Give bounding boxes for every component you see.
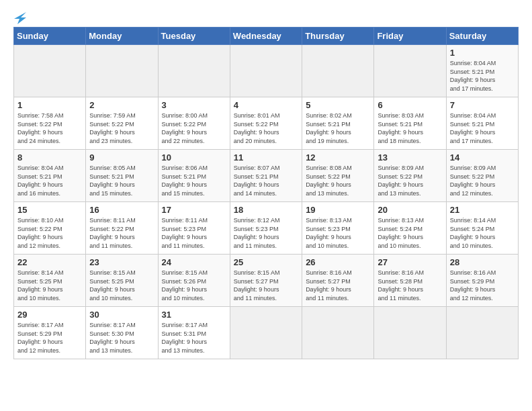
- day-info: Sunrise: 8:15 AM Sunset: 5:27 PM Dayligh…: [234, 269, 299, 302]
- calendar-header-row: SundayMondayTuesdayWednesdayThursdayFrid…: [14, 28, 519, 45]
- calendar-cell: [230, 307, 302, 359]
- calendar-body: 1Sunrise: 8:04 AM Sunset: 5:21 PM Daylig…: [14, 45, 519, 359]
- day-info: Sunrise: 8:07 AM Sunset: 5:21 PM Dayligh…: [234, 164, 299, 197]
- calendar-header-saturday: Saturday: [446, 28, 518, 45]
- day-info: Sunrise: 8:17 AM Sunset: 5:30 PM Dayligh…: [89, 321, 154, 355]
- day-number: 9: [89, 152, 154, 163]
- calendar-cell: 21Sunrise: 8:14 AM Sunset: 5:24 PM Dayli…: [446, 202, 518, 255]
- day-number: 21: [450, 205, 515, 215]
- header: [13, 12, 519, 23]
- day-number: 30: [89, 310, 154, 320]
- day-info: Sunrise: 8:02 AM Sunset: 5:21 PM Dayligh…: [306, 111, 371, 145]
- calendar-cell: 1Sunrise: 7:58 AM Sunset: 5:22 PM Daylig…: [14, 97, 86, 150]
- calendar-cell: [158, 45, 230, 97]
- day-info: Sunrise: 8:14 AM Sunset: 5:24 PM Dayligh…: [450, 216, 515, 250]
- day-number: 28: [450, 257, 515, 267]
- day-info: Sunrise: 8:17 AM Sunset: 5:31 PM Dayligh…: [162, 321, 227, 355]
- day-number: 25: [234, 257, 299, 267]
- calendar-cell: [374, 307, 446, 359]
- day-info: Sunrise: 8:04 AM Sunset: 5:21 PM Dayligh…: [17, 164, 83, 197]
- day-number: 15: [17, 205, 83, 215]
- day-info: Sunrise: 8:11 AM Sunset: 5:23 PM Dayligh…: [162, 216, 227, 250]
- day-number: 3: [162, 100, 227, 110]
- calendar-week-4: 22Sunrise: 8:14 AM Sunset: 5:25 PM Dayli…: [14, 255, 519, 307]
- calendar-cell: 4Sunrise: 8:01 AM Sunset: 5:22 PM Daylig…: [230, 97, 302, 150]
- day-info: Sunrise: 8:00 AM Sunset: 5:22 PM Dayligh…: [162, 111, 227, 145]
- calendar-cell: 13Sunrise: 8:09 AM Sunset: 5:22 PM Dayli…: [374, 150, 446, 202]
- day-info: Sunrise: 8:15 AM Sunset: 5:25 PM Dayligh…: [89, 269, 154, 302]
- calendar-cell: 6Sunrise: 8:03 AM Sunset: 5:21 PM Daylig…: [374, 97, 446, 150]
- day-info: Sunrise: 8:03 AM Sunset: 5:21 PM Dayligh…: [378, 111, 443, 145]
- calendar-cell: [302, 45, 374, 97]
- day-info: Sunrise: 8:06 AM Sunset: 5:21 PM Dayligh…: [162, 164, 227, 197]
- day-number: 20: [378, 205, 443, 215]
- day-info: Sunrise: 8:08 AM Sunset: 5:22 PM Dayligh…: [306, 164, 371, 197]
- day-info: Sunrise: 8:01 AM Sunset: 5:22 PM Dayligh…: [234, 111, 299, 145]
- calendar-cell: 17Sunrise: 8:11 AM Sunset: 5:23 PM Dayli…: [158, 202, 230, 255]
- logo-bird-icon: [14, 12, 26, 26]
- day-number: 24: [162, 257, 227, 267]
- day-number: 10: [162, 152, 227, 163]
- calendar-cell: 27Sunrise: 8:16 AM Sunset: 5:28 PM Dayli…: [374, 255, 446, 307]
- svg-marker-0: [14, 12, 26, 24]
- day-number: 23: [89, 257, 154, 267]
- day-number: 6: [378, 100, 443, 110]
- calendar-week-5: 29Sunrise: 8:17 AM Sunset: 5:29 PM Dayli…: [14, 307, 519, 359]
- day-number: 12: [306, 152, 371, 163]
- day-number: 19: [306, 205, 371, 215]
- calendar-cell: 11Sunrise: 8:07 AM Sunset: 5:21 PM Dayli…: [230, 150, 302, 202]
- calendar-cell: [14, 45, 86, 97]
- day-number: 2: [89, 100, 154, 110]
- day-number: 17: [162, 205, 227, 215]
- calendar-cell: 16Sunrise: 8:11 AM Sunset: 5:22 PM Dayli…: [86, 202, 158, 255]
- calendar-cell: [302, 307, 374, 359]
- day-info: Sunrise: 8:12 AM Sunset: 5:23 PM Dayligh…: [234, 216, 299, 250]
- day-info: Sunrise: 8:16 AM Sunset: 5:29 PM Dayligh…: [450, 269, 515, 302]
- calendar-header-sunday: Sunday: [14, 28, 86, 45]
- calendar-week-1: 1Sunrise: 7:58 AM Sunset: 5:22 PM Daylig…: [14, 97, 519, 150]
- day-info: Sunrise: 8:14 AM Sunset: 5:25 PM Dayligh…: [17, 269, 83, 302]
- logo: [13, 12, 27, 23]
- calendar-header-wednesday: Wednesday: [230, 28, 302, 45]
- calendar-cell: 30Sunrise: 8:17 AM Sunset: 5:30 PM Dayli…: [86, 307, 158, 359]
- calendar-cell: 22Sunrise: 8:14 AM Sunset: 5:25 PM Dayli…: [14, 255, 86, 307]
- calendar-week-0: 1Sunrise: 8:04 AM Sunset: 5:21 PM Daylig…: [14, 45, 519, 97]
- day-number: 18: [234, 205, 299, 215]
- calendar-cell: 18Sunrise: 8:12 AM Sunset: 5:23 PM Dayli…: [230, 202, 302, 255]
- day-info: Sunrise: 8:13 AM Sunset: 5:23 PM Dayligh…: [306, 216, 371, 250]
- calendar-header-friday: Friday: [374, 28, 446, 45]
- day-info: Sunrise: 8:16 AM Sunset: 5:28 PM Dayligh…: [378, 269, 443, 302]
- day-info: Sunrise: 8:04 AM Sunset: 5:21 PM Dayligh…: [450, 111, 515, 145]
- day-number: 22: [17, 257, 83, 267]
- day-info: Sunrise: 8:09 AM Sunset: 5:22 PM Dayligh…: [378, 164, 443, 197]
- calendar-table: SundayMondayTuesdayWednesdayThursdayFrid…: [13, 27, 519, 359]
- day-number: 7: [450, 100, 515, 110]
- calendar-cell: 20Sunrise: 8:13 AM Sunset: 5:24 PM Dayli…: [374, 202, 446, 255]
- calendar-week-2: 8Sunrise: 8:04 AM Sunset: 5:21 PM Daylig…: [14, 150, 519, 202]
- calendar-cell: 31Sunrise: 8:17 AM Sunset: 5:31 PM Dayli…: [158, 307, 230, 359]
- calendar-cell: 26Sunrise: 8:16 AM Sunset: 5:27 PM Dayli…: [302, 255, 374, 307]
- day-number: 26: [306, 257, 371, 267]
- page: SundayMondayTuesdayWednesdayThursdayFrid…: [0, 0, 532, 366]
- day-info: Sunrise: 8:04 AM Sunset: 5:21 PM Dayligh…: [450, 59, 515, 93]
- day-number: 13: [378, 152, 443, 163]
- day-number: 1: [17, 100, 83, 110]
- calendar-cell: 10Sunrise: 8:06 AM Sunset: 5:21 PM Dayli…: [158, 150, 230, 202]
- day-number: 1: [450, 48, 515, 58]
- calendar-cell: 15Sunrise: 8:10 AM Sunset: 5:22 PM Dayli…: [14, 202, 86, 255]
- calendar-cell: [374, 45, 446, 97]
- day-number: 5: [306, 100, 371, 110]
- day-number: 31: [162, 310, 227, 320]
- calendar-cell: 25Sunrise: 8:15 AM Sunset: 5:27 PM Dayli…: [230, 255, 302, 307]
- calendar-cell: 9Sunrise: 8:05 AM Sunset: 5:21 PM Daylig…: [86, 150, 158, 202]
- calendar-cell: 2Sunrise: 7:59 AM Sunset: 5:22 PM Daylig…: [86, 97, 158, 150]
- day-number: 4: [234, 100, 299, 110]
- calendar-header-thursday: Thursday: [302, 28, 374, 45]
- day-number: 29: [17, 310, 83, 320]
- day-info: Sunrise: 8:16 AM Sunset: 5:27 PM Dayligh…: [306, 269, 371, 302]
- day-info: Sunrise: 8:05 AM Sunset: 5:21 PM Dayligh…: [89, 164, 154, 197]
- day-info: Sunrise: 8:17 AM Sunset: 5:29 PM Dayligh…: [17, 321, 83, 355]
- day-info: Sunrise: 8:09 AM Sunset: 5:22 PM Dayligh…: [450, 164, 515, 197]
- calendar-header-monday: Monday: [86, 28, 158, 45]
- calendar-cell: 3Sunrise: 8:00 AM Sunset: 5:22 PM Daylig…: [158, 97, 230, 150]
